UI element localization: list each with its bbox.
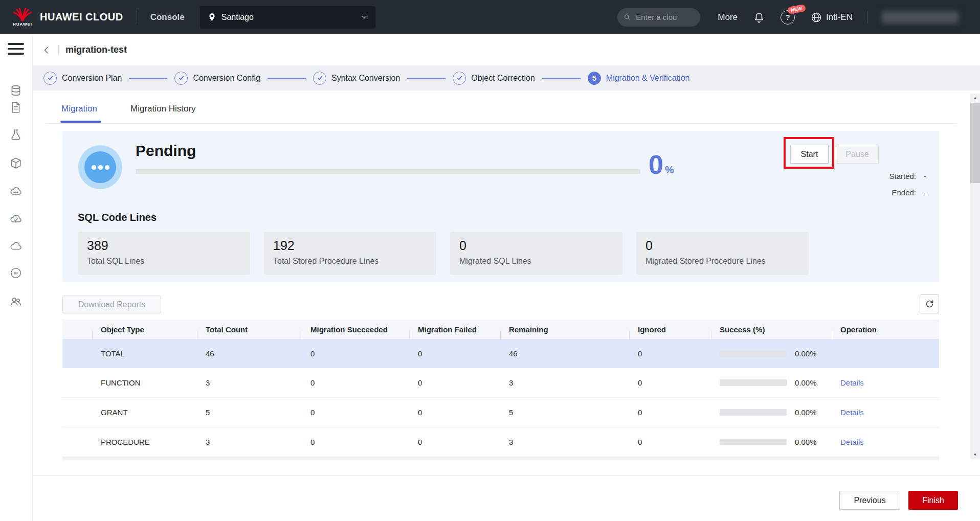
card-label: Migrated SQL Lines xyxy=(459,257,613,266)
vertical-scrollbar[interactable]: ▲ ▼ xyxy=(970,94,980,459)
success-bar xyxy=(720,379,787,386)
menu-toggle[interactable] xyxy=(8,43,24,58)
step-connector xyxy=(407,78,446,79)
cell-total-count: 3 xyxy=(197,378,302,387)
footer-divider xyxy=(32,475,980,475)
pause-button[interactable]: Pause xyxy=(836,145,879,164)
database-icon[interactable] xyxy=(9,84,23,97)
previous-button[interactable]: Previous xyxy=(839,491,900,510)
cell-failed: 0 xyxy=(409,349,500,358)
refresh-icon xyxy=(925,299,934,309)
user-group-icon[interactable] xyxy=(9,295,23,308)
step-check-icon xyxy=(313,72,326,85)
location-pin-icon xyxy=(207,12,217,22)
cell-succeeded: 0 xyxy=(302,378,409,387)
locale-label: Intl-EN xyxy=(826,12,853,22)
account-menu[interactable] xyxy=(882,11,959,24)
left-sidebar: IP xyxy=(0,34,33,521)
document-icon[interactable] xyxy=(9,101,23,114)
card-total-stored-procedure-lines: 192 Total Stored Procedure Lines xyxy=(264,232,436,275)
card-migrated-stored-procedure-lines: 0 Migrated Stored Procedure Lines xyxy=(636,232,809,275)
help-button[interactable]: ? NEW xyxy=(781,10,795,25)
search-input[interactable] xyxy=(635,12,694,22)
details-link[interactable]: Details xyxy=(840,438,864,446)
back-button[interactable] xyxy=(42,46,52,55)
bell-icon xyxy=(753,11,765,24)
download-reports-button[interactable]: Download Reports xyxy=(62,296,161,313)
status-title: Pending xyxy=(136,142,196,160)
tab-migration-history[interactable]: Migration History xyxy=(130,104,196,114)
success-percent: 0.00% xyxy=(795,378,817,387)
global-search[interactable] xyxy=(617,8,700,27)
divider xyxy=(58,45,59,55)
wizard-step-conversion-plan: Conversion Plan xyxy=(43,72,122,85)
header-total-count: Total Count xyxy=(197,325,302,334)
step-label: Object Correction xyxy=(471,74,535,83)
card-value: 389 xyxy=(87,238,241,253)
cloud-check-icon[interactable] xyxy=(9,212,23,225)
region-selector[interactable]: Santiago xyxy=(200,6,375,29)
scroll-up-arrow[interactable]: ▲ xyxy=(970,94,980,102)
tab-migration[interactable]: Migration xyxy=(61,104,97,114)
cloud-services-icon[interactable] xyxy=(9,185,23,198)
header-success-pct: Success (%) xyxy=(711,325,832,334)
globe-icon xyxy=(810,11,822,24)
breadcrumb-bar: migration-test xyxy=(32,34,980,65)
refresh-button[interactable] xyxy=(920,295,939,313)
pending-status-icon xyxy=(78,145,122,189)
page-title: migration-test xyxy=(65,44,127,55)
flask-icon[interactable] xyxy=(9,128,23,142)
language-selector[interactable]: Intl-EN xyxy=(810,11,853,24)
cell-success: 0.00% xyxy=(711,378,832,387)
more-menu[interactable]: More xyxy=(718,12,738,22)
table-cutoff-strip xyxy=(62,457,939,460)
wizard-step-syntax-conversion: Syntax Conversion xyxy=(313,72,400,85)
console-link[interactable]: Console xyxy=(150,12,185,22)
step-label: Syntax Conversion xyxy=(331,74,400,83)
details-link[interactable]: Details xyxy=(840,378,864,387)
sql-code-lines-heading: SQL Code Lines xyxy=(78,212,157,223)
card-migrated-sql-lines: 0 Migrated SQL Lines xyxy=(450,232,622,275)
active-tab-indicator xyxy=(60,121,101,123)
cell-remaining: 46 xyxy=(500,349,629,358)
wizard-step-migration-verification: 5 Migration & Verification xyxy=(588,72,690,85)
migration-status-panel: Pending 0 % Start Pause Started: - Ended… xyxy=(62,131,939,282)
cell-remaining: 5 xyxy=(500,408,629,417)
scroll-down-arrow[interactable]: ▼ xyxy=(970,450,980,459)
notifications-button[interactable] xyxy=(753,11,765,24)
cell-object-type: GRANT xyxy=(92,408,197,417)
cell-succeeded: 0 xyxy=(302,438,409,446)
ended-value: - xyxy=(921,188,926,197)
progress-value: 0 % xyxy=(649,151,674,178)
details-link[interactable]: Details xyxy=(840,408,864,417)
top-bar: HUAWEI HUAWEI CLOUD Console Santiago xyxy=(0,0,980,34)
card-value: 0 xyxy=(459,238,613,253)
cell-success: 0.00% xyxy=(711,438,832,446)
success-bar xyxy=(720,439,787,445)
huawei-cloud-console: HUAWEI HUAWEI CLOUD Console Santiago xyxy=(0,0,980,521)
elastic-ip-icon[interactable]: IP xyxy=(9,266,23,280)
card-label: Total Stored Procedure Lines xyxy=(273,257,427,266)
cell-object-type: TOTAL xyxy=(92,349,197,358)
region-label: Santiago xyxy=(221,13,254,22)
start-button[interactable]: Start xyxy=(790,145,829,164)
success-percent: 0.00% xyxy=(795,408,817,417)
divider xyxy=(137,11,137,24)
scrollbar-thumb[interactable] xyxy=(970,103,980,183)
step-label: Conversion Plan xyxy=(62,74,122,83)
package-icon[interactable] xyxy=(9,156,23,170)
progress-number: 0 xyxy=(649,151,663,178)
table-row-grant: GRANT 5 0 0 5 0 0.00% Details xyxy=(62,398,939,427)
cell-failed: 0 xyxy=(409,438,500,446)
progress-bar xyxy=(136,169,640,174)
cell-ignored: 0 xyxy=(629,378,711,387)
header-object-type: Object Type xyxy=(92,325,197,334)
chevron-down-icon xyxy=(361,13,368,21)
finish-button[interactable]: Finish xyxy=(908,491,958,510)
step-label: Migration & Verification xyxy=(606,74,690,83)
card-label: Total SQL Lines xyxy=(87,257,241,266)
huawei-flower-icon xyxy=(12,8,33,21)
cloud-icon[interactable] xyxy=(9,239,23,253)
huawei-logo: HUAWEI xyxy=(12,8,33,27)
table-row-procedure: PROCEDURE 3 0 0 3 0 0.00% Details xyxy=(62,427,939,457)
